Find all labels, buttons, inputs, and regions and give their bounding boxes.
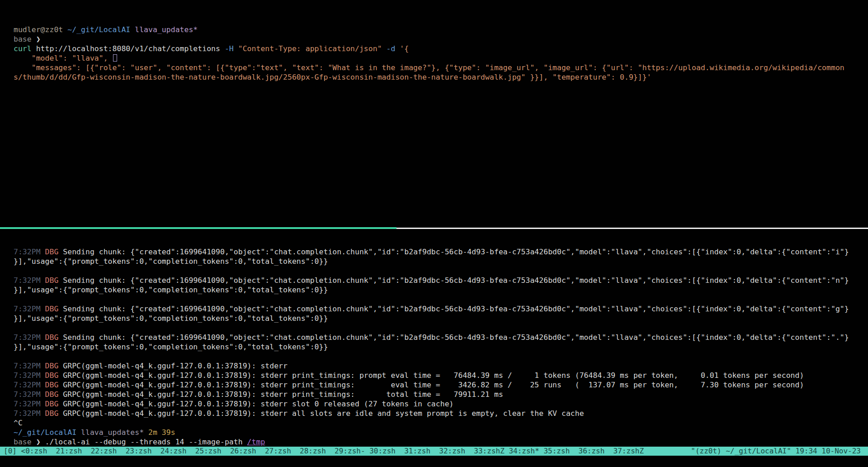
text-segment: 7:32PM [14, 362, 45, 370]
terminal-line: curl http://localhost:8080/v1/chat/compl… [14, 44, 868, 53]
text-segment: 7:32PM [14, 390, 45, 399]
text-segment: 7:32PM [14, 371, 45, 380]
terminal-line: 7:32PM DBG GRPC(ggml-model-q4_k.gguf-127… [14, 390, 868, 399]
tmux-status-bar: [0] <0:zsh 21:zsh 22:zsh 23:zsh 24:zsh 2… [0, 447, 868, 456]
text-segment: DBG [45, 409, 63, 418]
terminal-line: s/thumb/d/dd/Gfp-wisconsin-madison-the-n… [14, 72, 868, 82]
text-segment: "Content-Type: application/json" [238, 44, 387, 53]
text-segment: GRPC(ggml-model-q4_k.gguf-127.0.0.1:3781… [63, 400, 453, 408]
text-segment: }],"usage":{"prompt_tokens":0,"completio… [14, 286, 328, 294]
text-segment: llava_updates* [81, 428, 148, 437]
text-segment: DBG [45, 248, 63, 256]
text-segment: Sending chunk: {"created":1699641090,"ob… [63, 333, 849, 342]
text-segment: DBG [45, 305, 63, 313]
terminal-line [14, 295, 868, 304]
text-segment: 7:32PM [14, 305, 45, 313]
text-segment: }],"usage":{"prompt_tokens":0,"completio… [14, 343, 328, 351]
text-segment: GRPC(ggml-model-q4_k.gguf-127.0.0.1:3781… [63, 371, 804, 380]
terminal-line: ~/_git/LocalAI llava_updates* 2m 39s [14, 428, 868, 437]
text-segment: -d [387, 44, 400, 53]
tmux-window-list[interactable]: [0] <0:zsh 21:zsh 22:zsh 23:zsh 24:zsh 2… [4, 447, 644, 456]
text-segment: s/thumb/d/dd/Gfp-wisconsin-madison-the-n… [14, 73, 651, 81]
text-segment: GRPC(ggml-model-q4_k.gguf-127.0.0.1:3781… [63, 390, 503, 399]
shell-session-output: mudler@zz0t ~/_git/LocalAI llava_updates… [14, 25, 868, 82]
text-segment: '{ [400, 44, 409, 53]
text-segment: 7:32PM [14, 409, 45, 418]
text-segment: ^C [14, 419, 23, 427]
terminal-cursor [113, 54, 117, 62]
terminal-line: 7:32PM DBG Sending chunk: {"created":169… [14, 304, 868, 314]
terminal-line [14, 266, 868, 276]
text-segment: ~/_git/LocalAI [67, 25, 135, 34]
terminal-line: }],"usage":{"prompt_tokens":0,"completio… [14, 257, 868, 266]
terminal-line [14, 352, 868, 361]
text-segment: DBG [45, 362, 63, 370]
terminal-line: base ❯ [14, 34, 868, 44]
text-segment: }],"usage":{"prompt_tokens":0,"completio… [14, 257, 328, 266]
terminal-line [14, 323, 868, 333]
terminal-line: 7:32PM DBG GRPC(ggml-model-q4_k.gguf-127… [14, 409, 868, 418]
terminal-line: ^C [14, 418, 868, 428]
text-segment: ~/_git/LocalAI [14, 428, 81, 437]
text-segment: ❯ [36, 35, 41, 43]
text-segment: 7:32PM [14, 276, 45, 285]
top-pane-shell[interactable]: mudler@zz0t ~/_git/LocalAI llava_updates… [0, 0, 868, 227]
terminal-window[interactable]: mudler@zz0t ~/_git/LocalAI llava_updates… [0, 0, 868, 467]
text-segment: curl [14, 44, 36, 53]
terminal-line: 7:32PM DBG GRPC(ggml-model-q4_k.gguf-127… [14, 371, 868, 380]
terminal-line: 7:32PM DBG GRPC(ggml-model-q4_k.gguf-127… [14, 380, 868, 390]
terminal-line: mudler@zz0t ~/_git/LocalAI llava_updates… [14, 25, 868, 34]
terminal-line: 7:32PM DBG GRPC(ggml-model-q4_k.gguf-127… [14, 361, 868, 371]
terminal-line: 7:32PM DBG Sending chunk: {"created":169… [14, 247, 868, 257]
text-segment: 7:32PM [14, 381, 45, 389]
text-segment: llava_updates* [135, 25, 198, 34]
debug-log-output: 7:32PM DBG Sending chunk: {"created":169… [14, 247, 868, 447]
text-segment: ./local-ai --debug --threads 14 --image-… [45, 438, 247, 446]
terminal-line: }],"usage":{"prompt_tokens":0,"completio… [14, 342, 868, 352]
text-segment: http://localhost:8080/v1/chat/completion… [36, 44, 225, 53]
terminal-screen: { "palette": { "fg": "#d8d8d8", "grey": … [0, 0, 868, 467]
text-segment: 7:32PM [14, 248, 45, 256]
terminal-line: "model": "llava", [14, 53, 868, 63]
text-segment: Sending chunk: {"created":1699641090,"ob… [63, 276, 849, 285]
terminal-line: "messages": [{"role": "user", "content":… [14, 63, 868, 72]
terminal-line: base ❯ ./local-ai --debug --threads 14 -… [14, 437, 868, 447]
text-segment: ❯ [36, 438, 45, 446]
text-segment: GRPC(ggml-model-q4_k.gguf-127.0.0.1:3781… [63, 409, 584, 418]
text-segment: Sending chunk: {"created":1699641090,"ob… [63, 305, 849, 313]
text-segment: 7:32PM [14, 400, 45, 408]
terminal-line: 7:32PM DBG Sending chunk: {"created":169… [14, 333, 868, 342]
text-segment: "messages": [{"role": "user", "content":… [14, 63, 844, 72]
text-segment: DBG [45, 400, 63, 408]
text-segment: GRPC(ggml-model-q4_k.gguf-127.0.0.1:3781… [63, 362, 288, 370]
terminal-line: 7:32PM DBG GRPC(ggml-model-q4_k.gguf-127… [14, 399, 868, 409]
text-segment: DBG [45, 333, 63, 342]
text-segment: GRPC(ggml-model-q4_k.gguf-127.0.0.1:3781… [63, 381, 804, 389]
tmux-status-right: "(zz0t) ~/_git/LocalAI" 19:34 10-Nov-23 [691, 447, 861, 456]
text-segment: base [14, 35, 36, 43]
text-segment: DBG [45, 276, 63, 285]
bottom-pane-debug-log[interactable]: 7:32PM DBG Sending chunk: {"created":169… [0, 229, 868, 447]
terminal-line: }],"usage":{"prompt_tokens":0,"completio… [14, 314, 868, 323]
terminal-line: }],"usage":{"prompt_tokens":0,"completio… [14, 285, 868, 295]
tmp-path-link[interactable]: /tmp [247, 438, 265, 446]
text-segment: DBG [45, 381, 63, 389]
text-segment: 2m 39s [148, 428, 175, 437]
text-segment: DBG [45, 371, 63, 380]
text-segment: "model": "llava", [14, 54, 113, 62]
text-segment: 7:32PM [14, 333, 45, 342]
text-segment: DBG [45, 390, 63, 399]
text-segment: Sending chunk: {"created":1699641090,"ob… [63, 248, 849, 256]
terminal-line: 7:32PM DBG Sending chunk: {"created":169… [14, 276, 868, 285]
text-segment: }],"usage":{"prompt_tokens":0,"completio… [14, 314, 328, 323]
text-segment: base [14, 438, 36, 446]
text-segment: mudler@zz0t [14, 25, 67, 34]
text-segment: -H [225, 44, 238, 53]
